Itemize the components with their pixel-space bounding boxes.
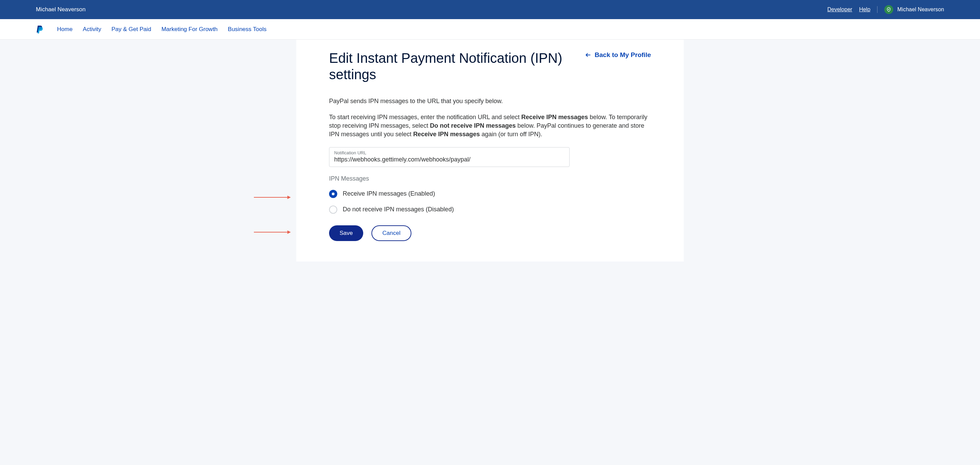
account-menu[interactable]: Michael Neaverson bbox=[885, 5, 944, 14]
intro-2-b1: Receive IPN messages bbox=[522, 114, 588, 121]
page-title: Edit Instant Payment Notification (IPN) … bbox=[329, 50, 568, 83]
radio-do-not-receive-label: Do not receive IPN messages (Disabled) bbox=[343, 206, 454, 213]
radio-icon-checked bbox=[329, 190, 337, 198]
svg-marker-3 bbox=[287, 230, 291, 234]
nav-activity[interactable]: Activity bbox=[83, 26, 101, 33]
account-name-left: Michael Neaverson bbox=[36, 6, 86, 13]
intro-text-1: PayPal sends IPN messages to the URL tha… bbox=[329, 98, 651, 105]
nav-marketing[interactable]: Marketing For Growth bbox=[161, 26, 217, 33]
back-to-profile-link[interactable]: Back to My Profile bbox=[585, 51, 651, 59]
back-link-label: Back to My Profile bbox=[595, 51, 651, 59]
radio-do-not-receive-ipn[interactable]: Do not receive IPN messages (Disabled) bbox=[329, 206, 651, 214]
nav-pay-get-paid[interactable]: Pay & Get Paid bbox=[111, 26, 151, 33]
save-button[interactable]: Save bbox=[329, 225, 363, 241]
top-divider bbox=[877, 6, 878, 13]
ipn-messages-label: IPN Messages bbox=[329, 175, 651, 183]
help-link[interactable]: Help bbox=[859, 6, 870, 13]
cancel-button[interactable]: Cancel bbox=[371, 225, 411, 241]
radio-icon-unchecked bbox=[329, 206, 337, 214]
content-card: Back to My Profile Edit Instant Payment … bbox=[296, 40, 684, 262]
notification-url-input[interactable] bbox=[334, 156, 565, 163]
svg-marker-1 bbox=[287, 196, 291, 199]
annotation-arrow-icon bbox=[254, 194, 291, 198]
annotation-arrow-icon bbox=[254, 229, 291, 233]
notification-url-label: Notification URL bbox=[334, 150, 565, 156]
radio-receive-label: Receive IPN messages (Enabled) bbox=[343, 190, 435, 197]
arrow-left-icon bbox=[585, 52, 591, 58]
radio-receive-ipn[interactable]: Receive IPN messages (Enabled) bbox=[329, 190, 651, 198]
intro-text-2: To start receiving IPN messages, enter t… bbox=[329, 113, 651, 139]
account-name-right: Michael Neaverson bbox=[897, 6, 944, 13]
notification-url-field[interactable]: Notification URL bbox=[329, 147, 570, 167]
top-bar: Michael Neaverson Developer Help Michael… bbox=[0, 0, 980, 19]
paypal-logo-icon[interactable] bbox=[36, 25, 43, 34]
nav-business-tools[interactable]: Business Tools bbox=[228, 26, 267, 33]
button-row: Save Cancel bbox=[329, 225, 651, 241]
top-bar-right: Developer Help Michael Neaverson bbox=[827, 5, 944, 14]
intro-2-pre: To start receiving IPN messages, enter t… bbox=[329, 114, 522, 121]
intro-2-b3: Receive IPN messages bbox=[413, 131, 480, 138]
developer-link[interactable]: Developer bbox=[827, 6, 852, 13]
nav-home[interactable]: Home bbox=[57, 26, 72, 33]
intro-2-tail: again (or turn off IPN). bbox=[480, 131, 542, 138]
intro-2-b2: Do not receive IPN messages bbox=[430, 122, 515, 129]
nav-bar: Home Activity Pay & Get Paid Marketing F… bbox=[0, 19, 980, 40]
avatar-icon bbox=[885, 5, 893, 14]
